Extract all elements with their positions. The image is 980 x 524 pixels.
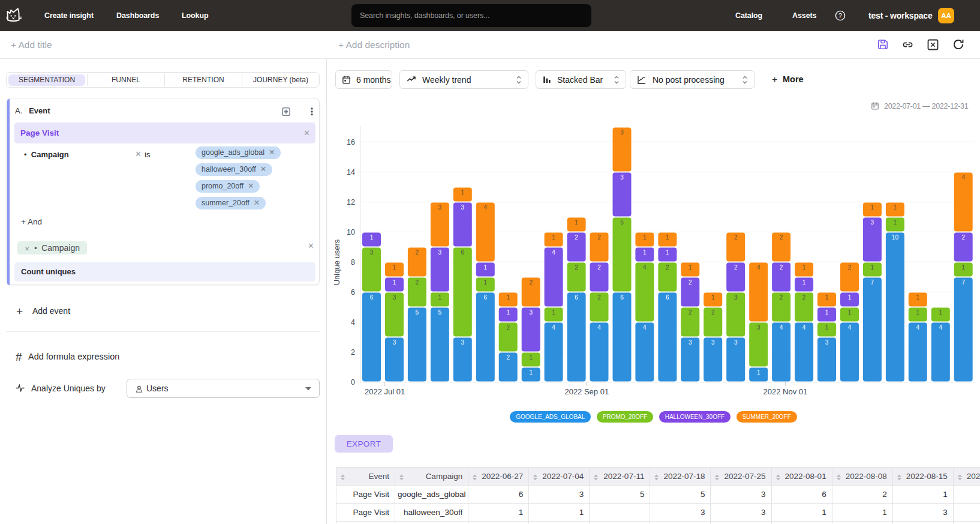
svg-text:2: 2 — [351, 348, 355, 357]
svg-text:1: 1 — [643, 249, 647, 256]
svg-text:3: 3 — [370, 249, 374, 256]
svg-text:3: 3 — [734, 339, 738, 346]
svg-text:3: 3 — [393, 294, 396, 301]
svg-text:3: 3 — [734, 294, 738, 301]
svg-text:5: 5 — [416, 309, 419, 316]
svg-text:1: 1 — [393, 279, 396, 286]
svg-text:1: 1 — [939, 309, 943, 316]
svg-text:2: 2 — [575, 264, 578, 271]
svg-text:1: 1 — [438, 294, 442, 301]
svg-text:3: 3 — [529, 309, 533, 316]
svg-text:4: 4 — [916, 324, 920, 331]
svg-text:3: 3 — [757, 324, 760, 331]
svg-text:2: 2 — [780, 234, 783, 241]
svg-text:6: 6 — [351, 288, 355, 297]
svg-text:1: 1 — [506, 294, 510, 301]
svg-text:2: 2 — [780, 264, 783, 271]
svg-text:12: 12 — [347, 198, 355, 206]
svg-text:3: 3 — [871, 219, 874, 226]
svg-text:1: 1 — [483, 264, 487, 271]
svg-text:5: 5 — [620, 219, 624, 226]
svg-text:2: 2 — [506, 354, 510, 361]
svg-text:1: 1 — [666, 249, 669, 256]
svg-text:2: 2 — [848, 264, 852, 271]
svg-text:1: 1 — [393, 264, 396, 271]
svg-text:2: 2 — [802, 294, 806, 301]
svg-text:1: 1 — [575, 219, 578, 226]
svg-text:3: 3 — [461, 204, 465, 211]
svg-text:1: 1 — [643, 234, 647, 241]
svg-text:1: 1 — [848, 309, 852, 316]
svg-text:4: 4 — [939, 324, 943, 331]
svg-text:1: 1 — [461, 189, 465, 196]
svg-text:1: 1 — [529, 369, 533, 376]
svg-text:1: 1 — [825, 324, 829, 331]
svg-text:4: 4 — [483, 204, 487, 211]
svg-text:2: 2 — [666, 264, 669, 271]
svg-text:4: 4 — [351, 318, 355, 327]
svg-text:2022 Jul 01: 2022 Jul 01 — [365, 387, 405, 396]
svg-text:?: ? — [838, 12, 842, 19]
svg-text:1: 1 — [961, 264, 965, 271]
svg-text:10: 10 — [892, 234, 899, 241]
svg-text:7: 7 — [961, 279, 965, 286]
svg-text:1: 1 — [483, 279, 487, 286]
svg-text:1: 1 — [802, 264, 806, 271]
svg-text:1: 1 — [894, 204, 897, 211]
svg-text:1: 1 — [666, 234, 669, 241]
svg-text:4: 4 — [780, 324, 783, 331]
svg-text:2: 2 — [529, 279, 533, 286]
svg-text:4: 4 — [802, 324, 806, 331]
svg-text:3: 3 — [438, 204, 442, 211]
svg-text:1: 1 — [871, 264, 874, 271]
svg-text:3: 3 — [438, 249, 442, 256]
svg-text:4: 4 — [961, 174, 965, 181]
svg-text:1: 1 — [757, 369, 760, 376]
svg-text:3: 3 — [711, 339, 715, 346]
svg-text:2022 Sep 01: 2022 Sep 01 — [564, 387, 609, 396]
svg-text:2: 2 — [416, 279, 419, 286]
svg-text:16: 16 — [347, 138, 355, 146]
svg-text:2: 2 — [597, 264, 601, 271]
svg-text:4: 4 — [552, 249, 555, 256]
svg-text:6: 6 — [370, 294, 374, 301]
svg-text:2: 2 — [506, 324, 510, 331]
svg-text:4: 4 — [643, 324, 647, 331]
svg-text:5: 5 — [438, 309, 442, 316]
svg-text:2: 2 — [780, 294, 783, 301]
svg-text:Unique users: Unique users — [332, 239, 341, 285]
svg-text:1: 1 — [689, 264, 692, 271]
svg-text:7: 7 — [871, 279, 874, 286]
svg-text:4: 4 — [643, 264, 647, 271]
svg-text:1: 1 — [370, 234, 374, 241]
svg-text:2: 2 — [597, 234, 601, 241]
svg-text:1: 1 — [711, 294, 715, 301]
svg-text:14: 14 — [347, 168, 355, 176]
svg-text:3: 3 — [825, 339, 829, 346]
svg-text:1: 1 — [825, 294, 829, 301]
svg-text:2022 Nov 01: 2022 Nov 01 — [763, 387, 808, 396]
svg-text:6: 6 — [483, 294, 487, 301]
svg-text:1: 1 — [802, 279, 806, 286]
svg-text:2: 2 — [597, 294, 601, 301]
svg-text:3: 3 — [461, 339, 465, 346]
svg-text:1: 1 — [529, 354, 533, 361]
svg-text:4: 4 — [848, 324, 852, 331]
svg-text:4: 4 — [597, 324, 601, 331]
svg-text:2: 2 — [734, 234, 738, 241]
svg-text:1: 1 — [916, 309, 920, 316]
svg-text:1: 1 — [894, 219, 897, 226]
svg-text:2: 2 — [575, 234, 578, 241]
svg-text:2: 2 — [416, 249, 419, 256]
svg-text:2: 2 — [961, 234, 965, 241]
svg-text:1: 1 — [916, 294, 920, 301]
svg-text:1: 1 — [871, 204, 874, 211]
svg-text:6: 6 — [461, 249, 465, 256]
svg-text:1: 1 — [552, 234, 555, 241]
svg-text:3: 3 — [620, 129, 624, 136]
svg-text:3: 3 — [620, 174, 624, 181]
svg-text:3: 3 — [393, 339, 396, 346]
svg-text:6: 6 — [666, 294, 669, 301]
svg-text:1: 1 — [552, 309, 555, 316]
svg-text:2: 2 — [711, 309, 715, 316]
